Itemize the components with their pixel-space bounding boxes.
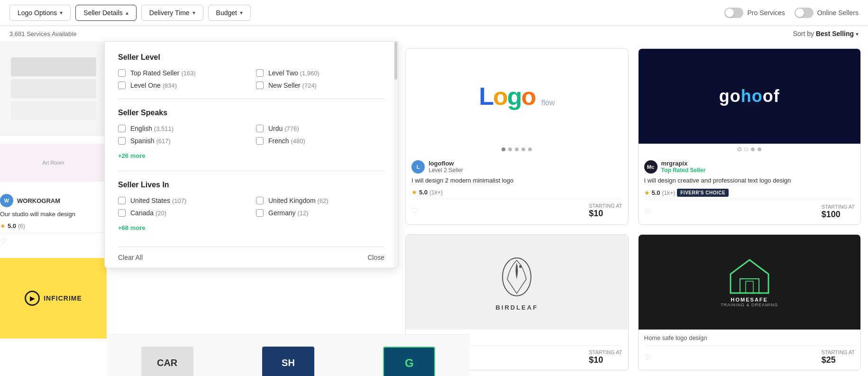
homesafe-price: $25 <box>822 355 855 365</box>
mrgrapix-rating-row: ★ 5.0 (1k+) FIVERR'S CHOICE <box>644 189 855 197</box>
filter-urdu[interactable]: Urdu (776) <box>256 125 384 132</box>
urdu-checkbox[interactable] <box>256 125 264 132</box>
logoflow-avatar: L <box>411 160 425 174</box>
fiverrs-choice-badge: FIVERR'S CHOICE <box>677 189 729 197</box>
delivery-time-chevron: ▾ <box>192 9 195 16</box>
dot-4 <box>521 147 525 151</box>
level-two-label: Level Two (1,960) <box>268 69 320 77</box>
filter-germany[interactable]: Germany (12) <box>256 209 384 217</box>
level-two-checkbox[interactable] <box>256 69 264 77</box>
filter-spanish[interactable]: Spanish (617) <box>118 137 247 145</box>
homesafe-heart-icon[interactable]: ♡ <box>644 353 651 362</box>
left-partial-area: Art Room W WORKOGRAM Our studio will mak… <box>0 41 107 376</box>
mrgrapix-image: gohoof <box>639 49 861 144</box>
card-homesafe: HOMESAFE TRAINING & DREAMING Home safe l… <box>638 234 861 370</box>
filter-english[interactable]: English (3,511) <box>118 125 247 132</box>
logoflow-seller-row: L logoflow Level 2 Seller <box>411 160 622 174</box>
online-sellers-knob <box>795 9 804 17</box>
online-sellers-label: Online Sellers <box>817 9 859 17</box>
card-mrgrapix: gohoof Mc mrgrapix Top Rated Seller I wi… <box>638 48 861 225</box>
logoflow-body: L logoflow Level 2 Seller I will design … <box>406 155 628 223</box>
cards-area: Logo flow L logoflow Level 2 Seller <box>398 41 868 376</box>
bottom-logo-strip: CAR SH G <box>107 334 470 376</box>
speaks-more-link[interactable]: +26 more <box>118 152 145 159</box>
pro-services-knob <box>725 9 734 17</box>
homesafe-starting-at: STARTING AT <box>822 349 855 355</box>
germany-checkbox[interactable] <box>256 209 264 217</box>
toolbar: Logo Options ▾ Seller Details ▴ Delivery… <box>0 0 868 26</box>
new-seller-checkbox[interactable] <box>256 82 264 89</box>
homesafe-svg <box>726 257 773 295</box>
canada-checkbox[interactable] <box>118 209 126 217</box>
workogram-rating: 5.0 <box>8 222 16 229</box>
homesafe-desc: Home safe logo design <box>644 334 855 341</box>
delivery-time-button[interactable]: Delivery Time ▾ <box>141 5 203 21</box>
seller-level-grid: Top Rated Seller (163) Level Two (1,960)… <box>118 69 384 89</box>
online-sellers-toggle[interactable] <box>795 8 813 18</box>
dot-2 <box>508 147 512 151</box>
sub-header: 3,681 Services Available Sort by Best Se… <box>0 26 868 41</box>
level-one-checkbox[interactable] <box>118 82 126 89</box>
homesafe-price-row: ♡ STARTING AT $25 <box>644 345 855 365</box>
mrgrapix-rating: 5.0 <box>652 189 660 196</box>
filter-canada[interactable]: Canada (20) <box>118 209 247 217</box>
filter-level-two[interactable]: Level Two (1,960) <box>256 69 384 77</box>
filter-french[interactable]: French (480) <box>256 137 384 145</box>
delivery-time-label: Delivery Time <box>149 9 190 17</box>
mrgrapix-price-row: ♡ STARTING AT $100 <box>644 200 855 220</box>
svg-marker-2 <box>731 260 768 293</box>
logo-options-chevron: ▾ <box>60 9 63 16</box>
sort-area[interactable]: Sort by Best Selling ▾ <box>793 30 859 37</box>
budget-button[interactable]: Budget ▾ <box>208 5 251 21</box>
seller-details-button[interactable]: Seller Details ▴ <box>75 5 136 21</box>
partial-card-2: Art Room <box>0 144 107 182</box>
logoflow-seller-level: Level 2 Seller <box>429 167 463 174</box>
top-rated-checkbox[interactable] <box>118 69 126 77</box>
mrgrapix-body: Mc mrgrapix Top Rated Seller I will desi… <box>639 155 861 224</box>
partial-card-workogram: W WORKOGRAM Our studio will make design … <box>0 189 107 250</box>
logo-options-button[interactable]: Logo Options ▾ <box>9 5 71 21</box>
divider-1 <box>118 99 384 99</box>
mrgrapix-seller-row: Mc mrgrapix Top Rated Seller <box>644 160 855 174</box>
pro-services-toggle[interactable] <box>724 8 743 18</box>
logoflow-heart-icon[interactable]: ♡ <box>411 206 418 215</box>
birdleaf-svg <box>498 253 536 301</box>
seller-lives-in-grid: United States (107) United Kingdom (62) … <box>118 197 384 217</box>
spanish-checkbox[interactable] <box>118 137 126 145</box>
scrollbar-thumb[interactable] <box>394 42 397 80</box>
mrgrapix-heart-icon[interactable]: ♡ <box>644 207 651 216</box>
lives-in-more-link[interactable]: +68 more <box>118 224 145 231</box>
logoflow-seller-name: logoflow <box>429 160 463 167</box>
workogram-heart-icon[interactable]: ♡ <box>0 237 7 246</box>
logoflow-rating: 5.0 <box>419 189 428 196</box>
filter-united-kingdom[interactable]: United Kingdom (62) <box>256 197 384 204</box>
english-checkbox[interactable] <box>118 125 126 132</box>
dot-m1 <box>738 147 741 151</box>
logoflow-price-row: ♡ STARTING AT $10 <box>411 199 622 219</box>
dropdown-scroll-area[interactable]: Seller Level Top Rated Seller (163) Leve… <box>118 53 384 243</box>
filter-new-seller[interactable]: New Seller (724) <box>256 82 384 89</box>
united-states-checkbox[interactable] <box>118 197 126 204</box>
filter-united-states[interactable]: United States (107) <box>118 197 247 204</box>
filter-top-rated[interactable]: Top Rated Seller (163) <box>118 69 247 77</box>
close-button[interactable]: Close <box>367 254 384 261</box>
french-checkbox[interactable] <box>256 137 264 145</box>
dot-m2 <box>744 147 748 151</box>
filter-level-one[interactable]: Level One (834) <box>118 82 247 89</box>
clear-all-button[interactable]: Clear All <box>118 254 143 261</box>
workogram-rating-row: ★ 5.0 (6) <box>0 222 107 229</box>
seller-speaks-title: Seller Speaks <box>118 109 384 117</box>
logoflow-desc: I will design 2 modern minimalist logo <box>411 176 622 185</box>
content-area: Art Room W WORKOGRAM Our studio will mak… <box>0 41 868 376</box>
seller-details-chevron: ▴ <box>126 9 128 16</box>
logoflow-rating-count: (1k+) <box>429 189 443 196</box>
partial-card-1 <box>0 41 107 136</box>
spanish-label: Spanish (617) <box>130 137 171 145</box>
workogram-star: ★ <box>0 222 6 229</box>
sort-value: Best Selling <box>816 30 854 37</box>
dot-3 <box>515 147 519 151</box>
united-kingdom-checkbox[interactable] <box>256 197 264 204</box>
top-rated-label: Top Rated Seller (163) <box>130 69 196 77</box>
car-logo: CAR <box>141 347 193 376</box>
sh-logo: SH <box>262 347 314 376</box>
